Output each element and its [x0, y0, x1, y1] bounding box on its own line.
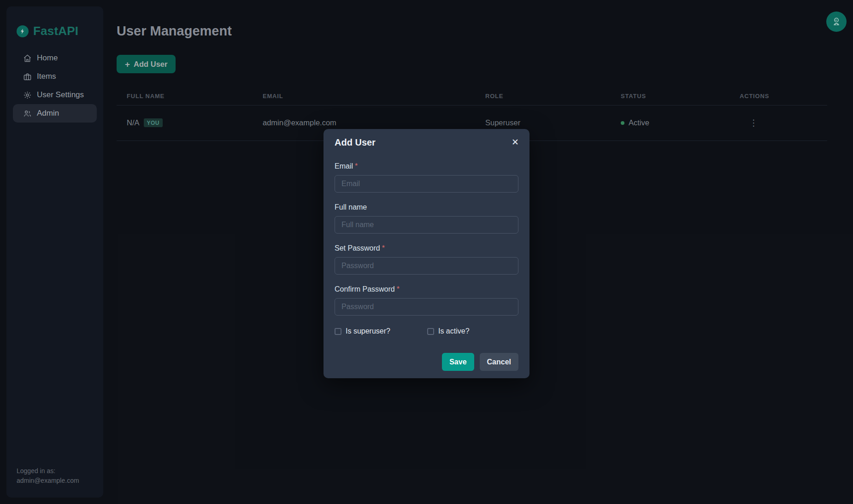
- set-password-field-group: Set Password*: [335, 244, 518, 275]
- full-name-field-group: Full name: [335, 203, 518, 234]
- full-name-input[interactable]: [335, 216, 518, 234]
- confirm-password-field-group: Confirm Password*: [335, 285, 518, 316]
- set-password-input[interactable]: [335, 257, 518, 275]
- checkbox-icon: [335, 328, 341, 335]
- cancel-button[interactable]: Cancel: [480, 353, 518, 371]
- checkbox-icon: [427, 328, 434, 335]
- full-name-label: Full name: [335, 203, 518, 212]
- is-superuser-checkbox[interactable]: Is superuser?: [335, 327, 390, 336]
- email-label: Email*: [335, 162, 518, 171]
- is-active-label: Is active?: [438, 327, 470, 336]
- set-password-label: Set Password*: [335, 244, 518, 253]
- modal-footer: Save Cancel: [335, 353, 518, 371]
- add-user-modal: Add User ✕ Email* Full name Set Password…: [324, 129, 529, 378]
- save-button[interactable]: Save: [442, 353, 474, 371]
- modal-title: Add User: [335, 135, 518, 149]
- confirm-password-label: Confirm Password*: [335, 285, 518, 294]
- confirm-password-input[interactable]: [335, 298, 518, 316]
- email-input[interactable]: [335, 175, 518, 193]
- modal-checkboxes: Is superuser? Is active?: [335, 327, 518, 336]
- is-superuser-label: Is superuser?: [346, 327, 390, 336]
- required-marker: *: [397, 285, 400, 293]
- required-marker: *: [355, 162, 358, 170]
- close-icon: ✕: [512, 137, 519, 147]
- is-active-checkbox[interactable]: Is active?: [427, 327, 470, 336]
- modal-close-button[interactable]: ✕: [508, 135, 522, 149]
- required-marker: *: [382, 244, 385, 252]
- email-field-group: Email*: [335, 162, 518, 193]
